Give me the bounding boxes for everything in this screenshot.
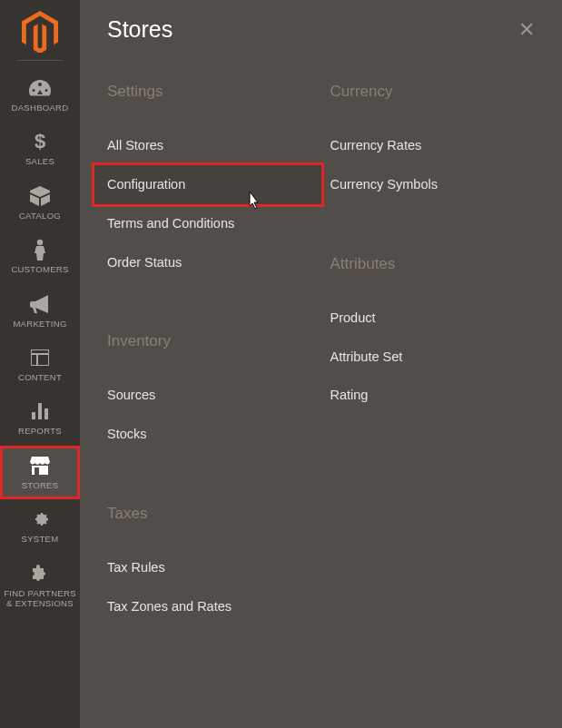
nav-dashboard[interactable]: DASHBOARD [0, 68, 80, 122]
nav-label: REPORTS [15, 426, 65, 436]
nav-label: MARKETING [9, 319, 70, 329]
layout-icon [31, 347, 49, 369]
gear-icon [31, 508, 49, 530]
close-button[interactable]: ✕ [518, 18, 535, 42]
nav-customers[interactable]: CUSTOMERS [0, 230, 80, 283]
dollar-icon: $ [34, 131, 46, 152]
panel-title: Stores [107, 16, 173, 43]
link-product[interactable]: Product [330, 299, 536, 338]
nav-label: SYSTEM [18, 534, 63, 544]
section-heading-settings: Settings [107, 83, 312, 101]
admin-sidebar: DASHBOARD $ SALES CATALOG CUSTOMERS MARK… [0, 0, 80, 728]
panel-header: Stores ✕ [107, 16, 535, 43]
svg-rect-6 [38, 403, 42, 419]
nav-catalog[interactable]: CATALOG [0, 176, 80, 230]
nav-label: STORES [18, 480, 63, 490]
svg-rect-7 [44, 408, 48, 419]
link-tax-rules[interactable]: Tax Rules [107, 548, 312, 587]
person-icon [34, 239, 46, 261]
close-icon: ✕ [518, 18, 535, 41]
section-heading-attributes: Attributes [330, 255, 536, 273]
link-attribute-set[interactable]: Attribute Set [330, 338, 536, 377]
nav-label: CONTENT [15, 372, 65, 382]
svg-point-1 [37, 240, 43, 245]
link-tax-zones-and-rates[interactable]: Tax Zones and Rates [107, 587, 312, 626]
svg-rect-8 [35, 467, 39, 475]
nav-partners[interactable]: FIND PARTNERS & EXTENSIONS [0, 554, 80, 618]
box-icon [30, 185, 50, 207]
menu-column-right: Currency Currency Rates Currency Symbols… [330, 83, 536, 626]
nav-label: CUSTOMERS [7, 264, 72, 274]
link-terms-and-conditions[interactable]: Terms and Conditions [107, 204, 312, 243]
link-configuration[interactable]: Configuration [94, 165, 321, 204]
menu-columns: Settings All Stores Configuration Terms … [107, 83, 535, 626]
nav-marketing[interactable]: MARKETING [0, 284, 80, 338]
link-sources[interactable]: Sources [107, 376, 312, 415]
store-icon [30, 455, 50, 477]
puzzle-icon [31, 563, 49, 585]
link-currency-symbols[interactable]: Currency Symbols [330, 165, 536, 204]
megaphone-icon [30, 293, 50, 315]
section-heading-taxes: Taxes [107, 505, 312, 523]
menu-column-left: Settings All Stores Configuration Terms … [107, 83, 312, 626]
link-order-status[interactable]: Order Status [107, 243, 312, 282]
svg-rect-2 [31, 349, 49, 366]
nav-reports[interactable]: REPORTS [0, 391, 80, 445]
section-heading-currency: Currency [330, 83, 536, 101]
link-rating[interactable]: Rating [330, 376, 536, 415]
link-stocks[interactable]: Stocks [107, 415, 312, 454]
nav-stores[interactable]: STORES [0, 446, 80, 499]
link-all-stores[interactable]: All Stores [107, 126, 312, 165]
nav-label: CATALOG [15, 211, 64, 221]
svg-rect-5 [32, 412, 35, 419]
link-currency-rates[interactable]: Currency Rates [330, 126, 536, 165]
nav-sales[interactable]: $ SALES [0, 122, 80, 175]
nav-system[interactable]: SYSTEM [0, 499, 80, 553]
stores-flyout-panel: Stores ✕ Settings All Stores Configurati… [80, 0, 562, 728]
sidebar-divider [17, 60, 63, 61]
nav-label: SALES [22, 156, 58, 166]
magento-logo-icon [22, 11, 58, 53]
nav-content[interactable]: CONTENT [0, 338, 80, 391]
magento-logo[interactable] [22, 11, 58, 47]
gauge-icon [29, 77, 51, 99]
svg-text:$: $ [35, 132, 45, 152]
chart-icon [31, 400, 49, 422]
section-heading-inventory: Inventory [107, 332, 312, 350]
nav-label: DASHBOARD [8, 103, 73, 113]
nav-label: FIND PARTNERS & EXTENSIONS [0, 588, 80, 609]
